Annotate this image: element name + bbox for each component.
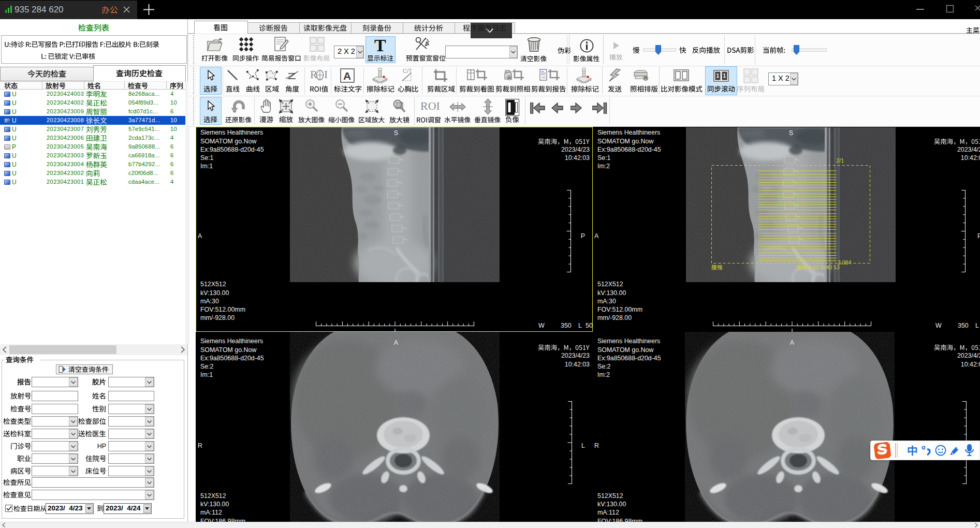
svg-text:I: I — [324, 69, 328, 81]
svg-text:1: 1 — [723, 73, 726, 79]
svg-text:R: R — [508, 76, 511, 80]
svg-text:ROI: ROI — [420, 100, 440, 112]
svg-text:A: A — [343, 70, 351, 82]
svg-text:R: R — [644, 76, 647, 81]
svg-text:1: 1 — [716, 73, 720, 79]
